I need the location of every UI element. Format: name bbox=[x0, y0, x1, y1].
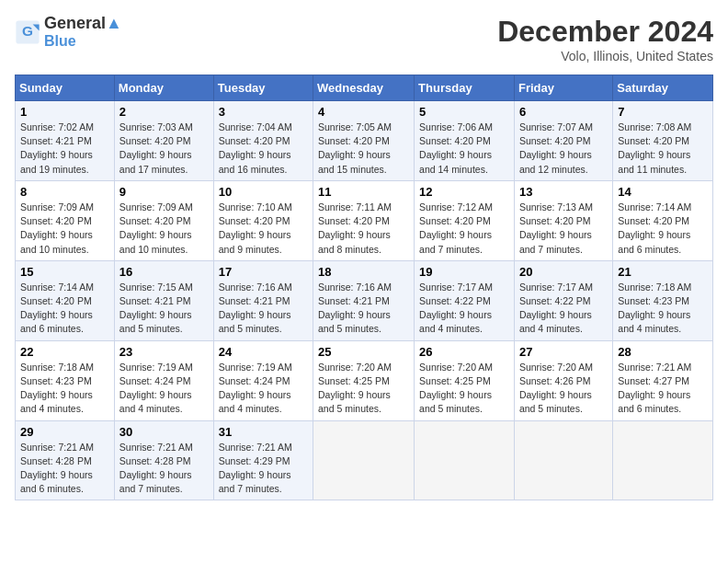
col-header-wednesday: Wednesday bbox=[313, 75, 415, 101]
calendar-cell: 19Sunrise: 7:17 AMSunset: 4:22 PMDayligh… bbox=[415, 260, 515, 340]
calendar-cell: 11Sunrise: 7:11 AMSunset: 4:20 PMDayligh… bbox=[313, 180, 415, 260]
day-info: Sunrise: 7:09 AMSunset: 4:20 PMDaylight:… bbox=[20, 201, 109, 257]
calendar-cell bbox=[613, 420, 713, 500]
day-number: 12 bbox=[419, 185, 509, 199]
calendar-cell: 17Sunrise: 7:16 AMSunset: 4:21 PMDayligh… bbox=[213, 260, 313, 340]
calendar-cell: 22Sunrise: 7:18 AMSunset: 4:23 PMDayligh… bbox=[16, 340, 115, 420]
calendar-cell: 16Sunrise: 7:15 AMSunset: 4:21 PMDayligh… bbox=[114, 260, 213, 340]
day-info: Sunrise: 7:05 AMSunset: 4:20 PMDaylight:… bbox=[318, 121, 409, 177]
logo-icon: G bbox=[15, 19, 40, 45]
day-number: 20 bbox=[519, 265, 608, 279]
day-info: Sunrise: 7:21 AMSunset: 4:29 PMDaylight:… bbox=[219, 441, 308, 497]
calendar-cell: 29Sunrise: 7:21 AMSunset: 4:28 PMDayligh… bbox=[16, 420, 115, 500]
day-number: 19 bbox=[419, 265, 509, 279]
calendar-cell bbox=[415, 420, 515, 500]
day-info: Sunrise: 7:06 AMSunset: 4:20 PMDaylight:… bbox=[419, 121, 509, 177]
calendar-cell bbox=[514, 420, 612, 500]
calendar-cell: 28Sunrise: 7:21 AMSunset: 4:27 PMDayligh… bbox=[613, 340, 713, 420]
day-number: 31 bbox=[219, 425, 308, 439]
calendar-cell: 9Sunrise: 7:09 AMSunset: 4:20 PMDaylight… bbox=[114, 180, 213, 260]
day-info: Sunrise: 7:04 AMSunset: 4:20 PMDaylight:… bbox=[219, 121, 308, 177]
day-number: 13 bbox=[519, 185, 608, 199]
calendar-cell: 12Sunrise: 7:12 AMSunset: 4:20 PMDayligh… bbox=[415, 180, 515, 260]
header: G General▲ Blue December 2024 Volo, Illi… bbox=[15, 15, 713, 63]
calendar-cell: 7Sunrise: 7:08 AMSunset: 4:20 PMDaylight… bbox=[613, 101, 713, 181]
logo-text: General▲ Blue bbox=[44, 15, 122, 49]
calendar-cell: 23Sunrise: 7:19 AMSunset: 4:24 PMDayligh… bbox=[114, 340, 213, 420]
week-row-3: 15Sunrise: 7:14 AMSunset: 4:20 PMDayligh… bbox=[16, 260, 713, 340]
month-title: December 2024 bbox=[497, 15, 713, 49]
day-number: 22 bbox=[20, 345, 109, 359]
calendar-cell: 2Sunrise: 7:03 AMSunset: 4:20 PMDaylight… bbox=[114, 101, 213, 181]
week-row-4: 22Sunrise: 7:18 AMSunset: 4:23 PMDayligh… bbox=[16, 340, 713, 420]
day-info: Sunrise: 7:21 AMSunset: 4:28 PMDaylight:… bbox=[20, 441, 109, 497]
day-info: Sunrise: 7:20 AMSunset: 4:25 PMDaylight:… bbox=[318, 361, 409, 417]
day-info: Sunrise: 7:11 AMSunset: 4:20 PMDaylight:… bbox=[318, 201, 409, 257]
calendar-cell: 13Sunrise: 7:13 AMSunset: 4:20 PMDayligh… bbox=[514, 180, 612, 260]
day-info: Sunrise: 7:20 AMSunset: 4:26 PMDaylight:… bbox=[519, 361, 608, 417]
day-info: Sunrise: 7:15 AMSunset: 4:21 PMDaylight:… bbox=[119, 281, 209, 337]
day-number: 23 bbox=[119, 345, 209, 359]
day-info: Sunrise: 7:16 AMSunset: 4:21 PMDaylight:… bbox=[318, 281, 409, 337]
calendar-cell: 31Sunrise: 7:21 AMSunset: 4:29 PMDayligh… bbox=[213, 420, 313, 500]
day-info: Sunrise: 7:17 AMSunset: 4:22 PMDaylight:… bbox=[419, 281, 509, 337]
svg-text:G: G bbox=[22, 23, 33, 39]
col-header-monday: Monday bbox=[114, 75, 213, 101]
calendar-header: SundayMondayTuesdayWednesdayThursdayFrid… bbox=[16, 75, 713, 101]
day-number: 2 bbox=[119, 105, 209, 119]
calendar-cell: 6Sunrise: 7:07 AMSunset: 4:20 PMDaylight… bbox=[514, 101, 612, 181]
day-number: 15 bbox=[20, 265, 109, 279]
day-number: 30 bbox=[119, 425, 209, 439]
day-number: 14 bbox=[618, 185, 708, 199]
day-info: Sunrise: 7:21 AMSunset: 4:28 PMDaylight:… bbox=[119, 441, 209, 497]
day-number: 29 bbox=[20, 425, 109, 439]
calendar-cell: 5Sunrise: 7:06 AMSunset: 4:20 PMDaylight… bbox=[415, 101, 515, 181]
day-info: Sunrise: 7:19 AMSunset: 4:24 PMDaylight:… bbox=[219, 361, 308, 417]
day-number: 9 bbox=[119, 185, 209, 199]
calendar-cell: 10Sunrise: 7:10 AMSunset: 4:20 PMDayligh… bbox=[213, 180, 313, 260]
day-number: 10 bbox=[219, 185, 308, 199]
day-number: 4 bbox=[318, 105, 409, 119]
calendar-cell: 4Sunrise: 7:05 AMSunset: 4:20 PMDaylight… bbox=[313, 101, 415, 181]
calendar-cell: 15Sunrise: 7:14 AMSunset: 4:20 PMDayligh… bbox=[16, 260, 115, 340]
day-number: 3 bbox=[219, 105, 308, 119]
col-header-tuesday: Tuesday bbox=[213, 75, 313, 101]
day-number: 6 bbox=[519, 105, 608, 119]
day-number: 8 bbox=[20, 185, 109, 199]
calendar-cell: 1Sunrise: 7:02 AMSunset: 4:21 PMDaylight… bbox=[16, 101, 115, 181]
day-info: Sunrise: 7:21 AMSunset: 4:27 PMDaylight:… bbox=[618, 361, 708, 417]
title-area: December 2024 Volo, Illinois, United Sta… bbox=[497, 15, 713, 63]
calendar-cell: 24Sunrise: 7:19 AMSunset: 4:24 PMDayligh… bbox=[213, 340, 313, 420]
day-number: 26 bbox=[419, 345, 509, 359]
calendar-cell: 3Sunrise: 7:04 AMSunset: 4:20 PMDaylight… bbox=[213, 101, 313, 181]
day-info: Sunrise: 7:03 AMSunset: 4:20 PMDaylight:… bbox=[119, 121, 209, 177]
day-number: 11 bbox=[318, 185, 409, 199]
calendar-cell: 25Sunrise: 7:20 AMSunset: 4:25 PMDayligh… bbox=[313, 340, 415, 420]
col-header-saturday: Saturday bbox=[613, 75, 713, 101]
col-header-friday: Friday bbox=[514, 75, 612, 101]
day-info: Sunrise: 7:13 AMSunset: 4:20 PMDaylight:… bbox=[519, 201, 608, 257]
calendar-cell bbox=[313, 420, 415, 500]
day-info: Sunrise: 7:10 AMSunset: 4:20 PMDaylight:… bbox=[219, 201, 308, 257]
calendar-cell: 21Sunrise: 7:18 AMSunset: 4:23 PMDayligh… bbox=[613, 260, 713, 340]
col-header-thursday: Thursday bbox=[415, 75, 515, 101]
calendar-cell: 27Sunrise: 7:20 AMSunset: 4:26 PMDayligh… bbox=[514, 340, 612, 420]
calendar-cell: 8Sunrise: 7:09 AMSunset: 4:20 PMDaylight… bbox=[16, 180, 115, 260]
day-info: Sunrise: 7:14 AMSunset: 4:20 PMDaylight:… bbox=[20, 281, 109, 337]
day-number: 21 bbox=[618, 265, 708, 279]
calendar-cell: 14Sunrise: 7:14 AMSunset: 4:20 PMDayligh… bbox=[613, 180, 713, 260]
location: Volo, Illinois, United States bbox=[497, 49, 713, 63]
day-number: 25 bbox=[318, 345, 409, 359]
day-info: Sunrise: 7:20 AMSunset: 4:25 PMDaylight:… bbox=[419, 361, 509, 417]
calendar-cell: 20Sunrise: 7:17 AMSunset: 4:22 PMDayligh… bbox=[514, 260, 612, 340]
day-info: Sunrise: 7:08 AMSunset: 4:20 PMDaylight:… bbox=[618, 121, 708, 177]
day-number: 17 bbox=[219, 265, 308, 279]
day-number: 5 bbox=[419, 105, 509, 119]
logo: G General▲ Blue bbox=[15, 15, 122, 49]
day-number: 1 bbox=[20, 105, 109, 119]
calendar-table: SundayMondayTuesdayWednesdayThursdayFrid… bbox=[15, 75, 713, 500]
day-number: 28 bbox=[618, 345, 708, 359]
calendar-cell: 30Sunrise: 7:21 AMSunset: 4:28 PMDayligh… bbox=[114, 420, 213, 500]
week-row-1: 1Sunrise: 7:02 AMSunset: 4:21 PMDaylight… bbox=[16, 101, 713, 181]
calendar-cell: 26Sunrise: 7:20 AMSunset: 4:25 PMDayligh… bbox=[415, 340, 515, 420]
